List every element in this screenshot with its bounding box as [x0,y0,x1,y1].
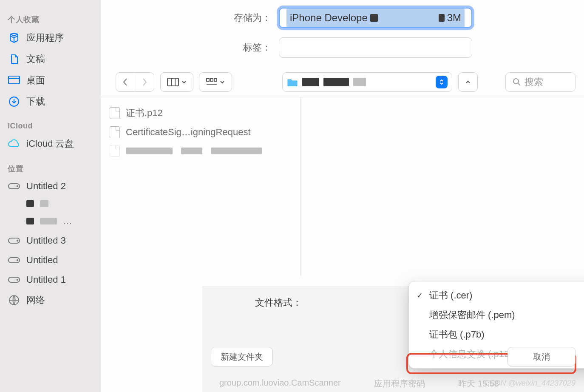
sidebar-item-applications[interactable]: 应用程序 [0,27,101,48]
document-icon [8,54,20,65]
tags-label: 标签： [101,41,271,54]
dropdown-option-pem[interactable]: 增强保密邮件 (.pem) [409,305,584,325]
collapse-button[interactable] [458,72,478,92]
sidebar-item-redacted-2[interactable]: … [0,211,101,231]
sidebar-item-label: 应用程序 [26,31,64,44]
save-as-label: 存储为： [101,11,271,24]
bottom-bar: 文件格式： ✓ 证书 (.cer) 增强保密邮件 (.pem) 证书包 (.p7… [202,286,584,392]
filename-prefix: iPhone Develope [290,12,368,24]
sidebar-item-icloud-drive[interactable]: iCloud 云盘 [0,133,101,154]
drive-icon [8,182,20,190]
file-name: 证书.p12 [126,107,163,119]
dropdown-option-label: 证书包 (.p7b) [429,328,485,341]
desktop-icon [8,76,20,85]
apps-icon [8,32,20,43]
svg-rect-16 [210,79,213,81]
file-icon [110,126,120,138]
folder-icon [287,78,298,86]
sidebar-item-untitled[interactable]: Untitled [0,250,101,270]
file-icon [110,107,120,119]
sidebar-item-downloads[interactable]: 下载 [0,91,101,112]
drive-icon [8,237,20,244]
file-row[interactable]: 证书.p12 [105,103,296,123]
sidebar-item-label: Untitled 3 [26,235,66,246]
dropdown-option-label: 个人信息交换 (.p12) [429,348,513,361]
svg-rect-17 [214,79,217,81]
sidebar-item-network[interactable]: 网络 [0,290,101,311]
checkmark-icon: ✓ [417,291,425,300]
file-icon [110,145,120,157]
sidebar-item-label: iCloud 云盘 [26,137,74,150]
sidebar-item-label: 文稿 [26,53,45,65]
nav-forward-button[interactable] [135,72,154,92]
downloads-icon [8,96,20,107]
view-columns-button[interactable] [160,72,193,92]
new-folder-label: 新建文件夹 [221,351,263,363]
folder-updown-icon [436,76,448,88]
svg-point-4 [17,186,18,187]
file-row[interactable]: CertificateSig…igningRequest [105,123,296,142]
drive-icon [8,276,20,284]
svg-line-20 [518,83,520,85]
sidebar-section-locations: 位置 [0,154,101,176]
sidebar-item-label: Untitled [26,255,58,266]
file-format-label: 文件格式： [213,296,302,309]
sidebar-item-redacted-1[interactable] [0,196,101,211]
dropdown-option-label: 证书 (.cer) [429,289,472,302]
sidebar-item-label: 网络 [26,294,45,307]
save-as-input[interactable]: iPhone Develope 3M [279,8,472,28]
file-name: CertificateSig…igningRequest [126,127,251,138]
dropdown-option-p7b[interactable]: 证书包 (.p7b) [409,325,584,344]
filename-suffix: 3M [447,12,461,24]
file-browser: 证书.p12 CertificateSig…igningRequest [101,97,584,276]
sidebar-section-favorites: 个人收藏 [0,5,101,27]
svg-rect-0 [9,76,20,84]
tags-input[interactable] [279,37,472,58]
svg-rect-12 [167,78,179,86]
dropdown-option-cer[interactable]: ✓ 证书 (.cer) [409,286,584,305]
browser-toolbar: 搜索 [101,67,584,97]
search-icon [513,78,521,86]
sidebar-item-untitled3[interactable]: Untitled 3 [0,231,101,250]
new-folder-button[interactable]: 新建文件夹 [211,347,273,366]
drive-icon [8,256,20,264]
ellipsis-icon: … [63,216,72,227]
svg-rect-15 [207,79,209,81]
save-dialog: 存储为： iPhone Develope 3M 标签： [101,0,584,392]
sidebar-item-label: Untitled 2 [26,181,66,192]
svg-point-6 [17,240,18,241]
sidebar-item-label: Untitled 1 [26,274,66,285]
sidebar-section-icloud: iCloud [0,112,101,133]
sidebar-item-untitled1[interactable]: Untitled 1 [0,270,101,290]
svg-point-10 [17,279,18,280]
file-row[interactable] [105,142,296,160]
sidebar-item-label: 下载 [26,95,45,108]
sidebar-item-desktop[interactable]: 桌面 [0,70,101,91]
svg-point-19 [513,79,519,84]
nav-back-button[interactable] [116,72,135,92]
cancel-button[interactable]: 取消 [507,347,575,366]
dropdown-option-label: 增强保密邮件 (.pem) [429,309,515,321]
sidebar: 个人收藏 应用程序 文稿 桌面 下载 iCloud [0,0,101,392]
sidebar-item-label: 桌面 [26,74,45,87]
search-placeholder: 搜索 [524,76,543,88]
behind-row: group.com.luoviao.CamScanner 应用程序密码 昨天 1… [219,378,499,389]
view-group-button[interactable] [199,72,232,92]
search-input[interactable]: 搜索 [505,72,575,92]
sidebar-item-untitled2[interactable]: Untitled 2 [0,176,101,196]
folder-location-popup[interactable] [282,72,452,92]
sidebar-item-documents[interactable]: 文稿 [0,48,101,70]
globe-icon [8,295,20,306]
cloud-icon [8,139,20,148]
cancel-label: 取消 [533,351,550,363]
svg-point-8 [17,260,18,261]
